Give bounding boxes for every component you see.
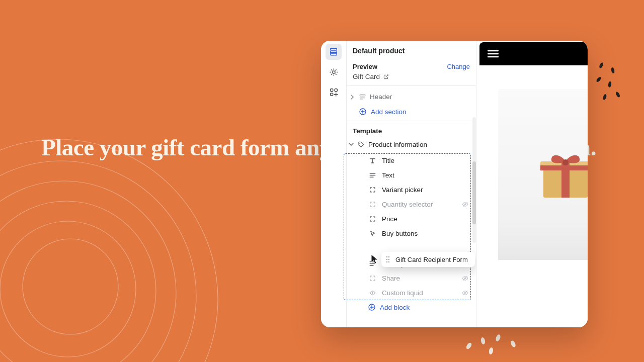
svg-point-43 <box>386 259 387 260</box>
svg-point-46 <box>388 261 389 262</box>
chevron-down-icon <box>349 141 354 148</box>
block-label: Text <box>382 171 470 179</box>
svg-point-5 <box>0 139 218 362</box>
svg-rect-22 <box>335 88 337 91</box>
dragging-block-chip[interactable]: Gift Card Recipient Form <box>381 252 475 267</box>
svg-point-14 <box>495 334 502 342</box>
svg-rect-17 <box>331 48 337 50</box>
svg-point-55 <box>562 159 569 165</box>
preview-topbar <box>479 42 588 65</box>
svg-rect-54 <box>540 165 588 170</box>
svg-point-7 <box>611 67 615 74</box>
preview-value[interactable]: Gift Card <box>353 73 470 80</box>
svg-point-0 <box>23 239 118 334</box>
sprinkle-decoration <box>463 327 528 357</box>
product-information-label: Product information <box>368 141 427 148</box>
block-label: Custom liquid <box>382 289 456 297</box>
block-label: Share <box>382 275 456 282</box>
svg-point-20 <box>332 70 335 73</box>
header-section-row[interactable]: Header <box>347 90 476 104</box>
panel-header: Default product Preview Change Gift Card <box>347 41 476 86</box>
template-subheading: Template <box>347 121 476 139</box>
theme-preview-pane <box>476 41 588 327</box>
block-row-text[interactable]: Text <box>347 168 476 183</box>
svg-point-8 <box>596 76 602 82</box>
svg-point-28 <box>359 143 360 144</box>
sprinkle-decoration <box>594 59 624 105</box>
sections-panel: Default product Preview Change Gift Card <box>347 41 476 327</box>
plus-circle-icon <box>368 303 376 311</box>
header-icon <box>359 93 366 101</box>
plus-circle-icon <box>359 108 367 116</box>
svg-rect-19 <box>331 53 337 55</box>
add-section-label: Add section <box>371 108 407 116</box>
svg-point-44 <box>388 259 389 260</box>
product-image-placeholder <box>498 89 588 260</box>
block-row-title[interactable]: Title <box>347 153 476 168</box>
svg-point-12 <box>465 342 473 350</box>
svg-point-3 <box>0 181 176 362</box>
hamburger-icon[interactable] <box>488 50 499 58</box>
block-row-quantity-selector[interactable]: Quantity selector <box>347 197 476 212</box>
brackets-icon <box>368 275 376 282</box>
type-icon <box>368 157 376 164</box>
editor-card: Default product Preview Change Gift Card <box>321 41 588 327</box>
tag-icon <box>357 141 365 148</box>
block-label: Title <box>382 157 470 164</box>
preview-value-text: Gift Card <box>353 73 380 80</box>
product-information-row[interactable]: Product information <box>347 139 476 151</box>
apps-rail-button[interactable] <box>326 84 342 100</box>
svg-point-41 <box>386 256 387 257</box>
brackets-icon <box>368 215 376 223</box>
svg-point-15 <box>510 340 516 348</box>
gift-box-illustration <box>540 150 588 200</box>
preview-label: Preview <box>353 63 377 70</box>
dragging-block-label: Gift Card Recipient Form <box>395 256 468 263</box>
block-row-custom-liquid[interactable]: Custom liquid <box>347 286 476 300</box>
block-label: Buy buttons <box>382 230 470 237</box>
text-icon <box>368 171 376 179</box>
add-block-label: Add block <box>380 304 410 311</box>
block-label: Price <box>382 215 470 223</box>
svg-point-4 <box>0 161 196 362</box>
drag-handle-icon <box>385 256 390 263</box>
add-section-button[interactable]: Add section <box>347 104 476 121</box>
block-row-variant-picker[interactable]: Variant picker <box>347 183 476 197</box>
editor-icon-rail <box>321 41 347 327</box>
sections-icon <box>329 47 338 56</box>
cursor-icon <box>368 230 376 237</box>
block-label: Variant picker <box>382 186 470 194</box>
external-link-icon <box>383 74 389 80</box>
header-section-label: Header <box>370 93 392 101</box>
sections-rail-button[interactable] <box>326 44 342 60</box>
svg-rect-18 <box>331 51 337 53</box>
svg-rect-23 <box>330 93 333 96</box>
svg-point-9 <box>608 81 612 88</box>
hidden-icon <box>461 275 469 282</box>
svg-point-10 <box>615 91 620 98</box>
block-label: Quantity selector <box>382 201 456 208</box>
svg-point-16 <box>489 347 494 354</box>
apps-icon <box>330 88 338 97</box>
block-row-price[interactable]: Price <box>347 212 476 226</box>
app-screenshot-stage: Place your gift card form anywhere in th… <box>0 0 644 362</box>
block-row-share[interactable]: Share <box>347 271 476 286</box>
add-block-button[interactable]: Add block <box>347 300 476 316</box>
gear-icon <box>330 68 338 76</box>
svg-rect-21 <box>330 88 333 91</box>
settings-rail-button[interactable] <box>326 64 342 80</box>
svg-point-1 <box>0 221 136 357</box>
hidden-icon <box>461 201 469 208</box>
svg-point-11 <box>602 94 607 100</box>
section-list: Header Add section Template <box>347 86 476 316</box>
svg-point-2 <box>0 201 156 362</box>
hidden-icon <box>461 289 469 297</box>
brackets-icon <box>368 201 376 208</box>
svg-point-42 <box>388 256 389 257</box>
change-preview-link[interactable]: Change <box>447 63 470 70</box>
code-icon <box>368 289 376 297</box>
blocks-dropzone[interactable]: TitleTextVariant pickerQuantity selector… <box>347 153 476 300</box>
block-row-buy-buttons[interactable]: Buy buttons <box>347 226 476 241</box>
svg-point-13 <box>480 337 486 344</box>
panel-title: Default product <box>353 47 470 55</box>
